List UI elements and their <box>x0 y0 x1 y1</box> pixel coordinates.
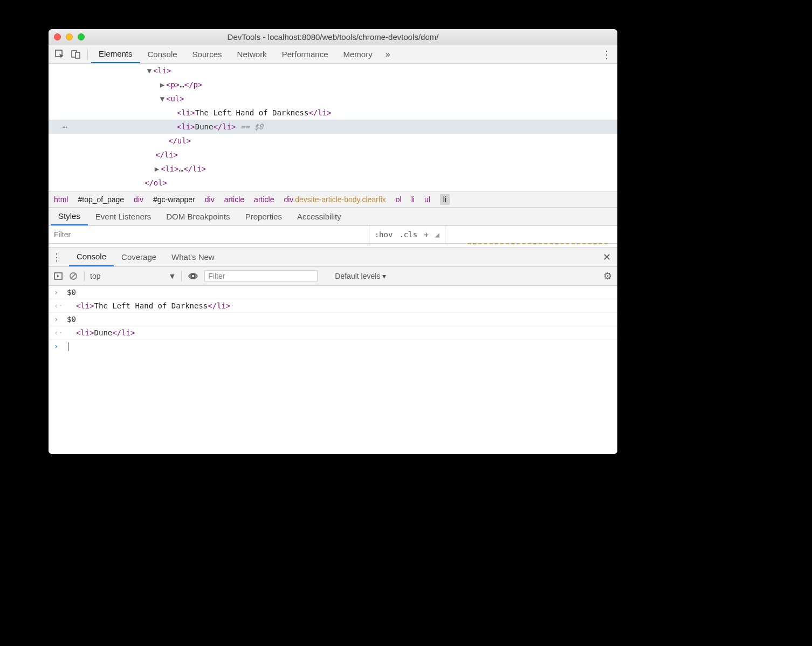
kebab-menu-icon[interactable]: ⋮ <box>601 48 612 61</box>
tab-console[interactable]: Console <box>140 45 185 63</box>
breadcrumb-item[interactable]: div <box>205 195 215 204</box>
tab-properties[interactable]: Properties <box>238 208 290 225</box>
styles-filter-tools: :hov .cls + ◢ <box>369 226 445 243</box>
console-filter-input[interactable]: Filter <box>204 270 318 282</box>
drawer-tab-whatsnew[interactable]: What's New <box>164 248 222 266</box>
console-output[interactable]: › $0 ‹· <li>The Left Hand of Darkness</l… <box>49 286 617 454</box>
tab-styles[interactable]: Styles <box>51 208 88 225</box>
console-input-row: › $0 <box>49 286 617 299</box>
more-tabs-icon[interactable]: » <box>380 50 396 59</box>
drawer-tabs: ⋮ Console Coverage What's New ✕ <box>49 247 617 266</box>
computed-pane-placeholder <box>445 226 617 243</box>
output-arrow-icon: ‹· <box>54 328 64 337</box>
cursor <box>68 342 68 351</box>
inspect-element-icon[interactable] <box>52 47 68 61</box>
console-settings-icon[interactable]: ⚙ <box>603 270 612 282</box>
breadcrumb-item[interactable]: ol <box>396 195 402 204</box>
execution-context-selector[interactable]: top ▼ <box>84 271 182 281</box>
clear-console-icon[interactable] <box>69 272 78 280</box>
breadcrumb-item[interactable]: #gc-wrapper <box>153 195 195 204</box>
tab-memory[interactable]: Memory <box>336 45 380 63</box>
dom-node[interactable]: <li> <box>177 108 195 117</box>
new-style-rule-button[interactable]: + <box>424 230 428 239</box>
dom-node[interactable]: <li> <box>161 164 179 173</box>
resize-corner-icon: ◢ <box>435 230 439 239</box>
console-toolbar: top ▼ Filter Default levels ▾ ⚙ <box>49 266 617 286</box>
tab-dom-breakpoints[interactable]: DOM Breakpoints <box>159 208 237 225</box>
drawer-tab-console[interactable]: Console <box>69 248 114 266</box>
breadcrumb: html #top_of_page div #gc-wrapper div ar… <box>49 191 617 207</box>
titlebar: DevTools - localhost:8080/web/tools/chro… <box>49 29 617 45</box>
svg-line-5 <box>71 273 76 279</box>
breadcrumb-item[interactable]: html <box>54 195 68 204</box>
devtools-window: DevTools - localhost:8080/web/tools/chro… <box>49 29 617 454</box>
svg-point-7 <box>192 275 194 277</box>
console-prompt-row[interactable]: › <box>49 340 617 353</box>
breadcrumb-item[interactable]: li <box>411 195 415 204</box>
dom-node[interactable]: <li> <box>153 66 171 75</box>
dom-node[interactable]: </li> <box>155 150 178 159</box>
main-tabs: Elements Console Sources Network Perform… <box>91 45 396 63</box>
tab-accessibility[interactable]: Accessibility <box>290 208 349 225</box>
styles-filter-input[interactable] <box>49 226 369 243</box>
hover-toggle[interactable]: :hov <box>375 230 393 239</box>
log-levels-selector[interactable]: Default levels ▾ <box>335 272 386 280</box>
tab-elements[interactable]: Elements <box>91 45 140 63</box>
styles-filter-row: :hov .cls + ◢ <box>49 225 617 244</box>
window-title: DevTools - localhost:8080/web/tools/chro… <box>49 32 617 42</box>
breadcrumb-item[interactable]: article <box>254 195 274 204</box>
tab-sources[interactable]: Sources <box>185 45 230 63</box>
input-arrow-icon: › <box>54 315 64 324</box>
device-toolbar-icon[interactable] <box>68 47 84 61</box>
live-expression-icon[interactable] <box>188 271 198 281</box>
input-arrow-icon: › <box>54 288 64 297</box>
breadcrumb-item-selected[interactable]: li <box>440 194 450 205</box>
drawer-kebab-icon[interactable]: ⋮ <box>52 251 61 263</box>
breadcrumb-item[interactable]: div.devsite-article-body.clearfix <box>284 195 386 204</box>
breadcrumb-item[interactable]: #top_of_page <box>78 195 124 204</box>
main-toolbar: Elements Console Sources Network Perform… <box>49 45 617 64</box>
tab-event-listeners[interactable]: Event Listeners <box>88 208 159 225</box>
chevron-down-icon: ▼ <box>168 272 176 280</box>
dom-node[interactable]: <p> <box>166 80 180 89</box>
drawer-tab-coverage[interactable]: Coverage <box>114 248 164 266</box>
console-sidebar-toggle-icon[interactable] <box>54 272 63 280</box>
tab-network[interactable]: Network <box>230 45 274 63</box>
selected-dom-node[interactable]: <li>Dune</li> == $0 <box>49 120 617 134</box>
console-output-row: ‹· <li>Dune</li> <box>49 326 617 340</box>
console-output-row: ‹· <li>The Left Hand of Darkness</li> <box>49 299 617 313</box>
console-input-row: › $0 <box>49 313 617 326</box>
styles-tabs: Styles Event Listeners DOM Breakpoints P… <box>49 207 617 225</box>
close-drawer-icon[interactable]: ✕ <box>603 251 611 263</box>
prompt-arrow-icon: › <box>54 342 64 351</box>
elements-tree[interactable]: ▼<li> ▶<p>…</p> ▼<ul> <li>The Left Hand … <box>49 64 617 191</box>
dom-node[interactable]: </ul> <box>168 136 191 145</box>
cls-toggle[interactable]: .cls <box>399 230 417 239</box>
svg-rect-2 <box>75 52 80 58</box>
dom-node[interactable]: <ul> <box>166 94 184 103</box>
output-arrow-icon: ‹· <box>54 301 64 310</box>
tab-performance[interactable]: Performance <box>274 45 336 63</box>
breadcrumb-item[interactable]: div <box>134 195 143 204</box>
dom-node[interactable]: </ol> <box>144 178 167 187</box>
breadcrumb-item[interactable]: article <box>224 195 244 204</box>
separator <box>87 49 88 60</box>
breadcrumb-item[interactable]: ul <box>424 195 430 204</box>
